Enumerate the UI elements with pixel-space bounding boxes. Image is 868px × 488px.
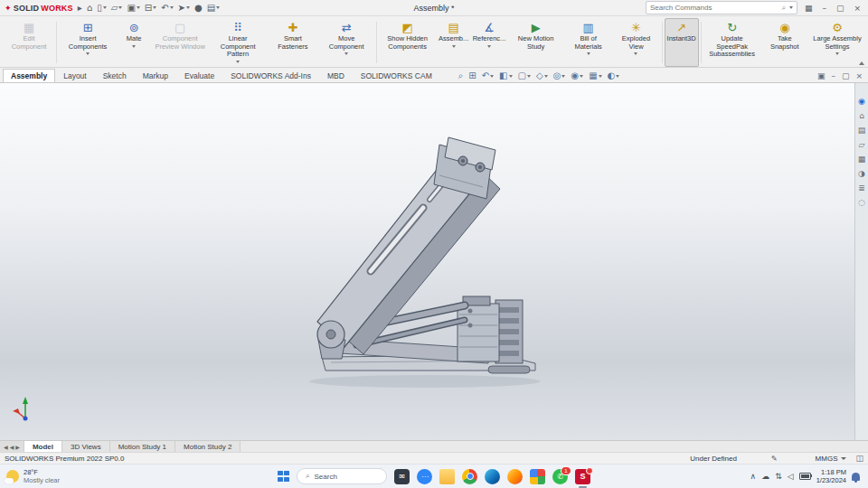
restore-button[interactable]: ▢ xyxy=(834,4,847,13)
file-explorer-icon[interactable] xyxy=(439,469,455,484)
apply-scene-button[interactable]: ▦ xyxy=(589,71,601,80)
undo-button[interactable]: ↶ xyxy=(161,4,173,13)
open-document-button[interactable]: ▱ xyxy=(111,4,123,13)
dropdown-arrow-icon[interactable] xyxy=(587,52,590,55)
zoom-area-icon[interactable]: ⊞ xyxy=(468,71,476,80)
logo-expand-arrow-icon[interactable]: ▸ xyxy=(78,4,82,13)
tab-3d-views[interactable]: 3D Views xyxy=(62,441,110,452)
search-input[interactable] xyxy=(650,4,779,12)
chat-app-icon[interactable]: ⋯ xyxy=(417,469,432,484)
forum-icon[interactable]: ◌ xyxy=(858,199,865,207)
tab-motion-study-2[interactable]: Motion Study 2 xyxy=(175,441,241,452)
ribbon-button-large-assembly-settings[interactable]: ⚙ Large Assembly Settings xyxy=(808,18,866,67)
dropdown-arrow-icon[interactable] xyxy=(634,52,637,55)
previous-view-button[interactable]: ↶ xyxy=(482,71,494,80)
chevron-down-icon[interactable] xyxy=(789,6,793,9)
custom-properties-icon[interactable]: ≣ xyxy=(858,184,865,192)
tab-layout[interactable]: Layout xyxy=(55,69,95,82)
view-settings-button[interactable]: ◐ xyxy=(608,71,620,80)
zoom-fit-icon[interactable]: ⌕ xyxy=(458,71,464,80)
dropdown-arrow-icon[interactable] xyxy=(86,52,90,55)
tab-solidworks-cam[interactable]: SOLIDWORKS CAM xyxy=(353,69,440,82)
close-button[interactable]: × xyxy=(851,4,863,13)
edge-icon[interactable] xyxy=(485,469,500,484)
display-style-button[interactable]: ◇ xyxy=(536,71,548,80)
tab-solidworks-add-ins[interactable]: SOLIDWORKS Add-Ins xyxy=(222,69,319,82)
ribbon-collapse-icon[interactable] xyxy=(859,61,864,65)
chevron-down-icon[interactable] xyxy=(841,457,846,460)
tab-model[interactable]: Model xyxy=(24,441,62,452)
taskbar-search[interactable]: ⌕ Search xyxy=(297,468,387,484)
minimize-button[interactable]: – xyxy=(819,4,829,13)
command-search[interactable]: ⌕ xyxy=(646,1,797,14)
dropdown-arrow-icon[interactable] xyxy=(236,61,240,63)
new-document-button[interactable]: ▯ xyxy=(97,4,107,13)
tab-sketch[interactable]: Sketch xyxy=(95,69,135,82)
notifications-bell-icon[interactable] xyxy=(852,473,860,481)
dropdown-arrow-icon[interactable] xyxy=(487,45,491,48)
battery-icon[interactable] xyxy=(799,473,811,480)
ribbon-button-bill-of-materials[interactable]: ▥ Bill of Materials xyxy=(564,18,612,67)
ribbon-button-assembly-features[interactable]: ▤ Assemb... xyxy=(437,18,471,67)
save-button[interactable]: ▣ xyxy=(127,4,139,13)
weather-widget[interactable]: 28°F Mostly clear xyxy=(0,468,60,484)
ribbon-button-instant3d[interactable]: ↗ Instant3D xyxy=(665,18,699,67)
close-doc-icon[interactable]: × xyxy=(855,72,863,80)
whatsapp-icon[interactable]: ✆1 xyxy=(552,469,568,484)
new-window-icon[interactable]: ▣ xyxy=(817,72,826,80)
ribbon-button-take-snapshot[interactable]: ◉ Take Snapshot xyxy=(761,18,808,67)
ribbon-button-insert-components[interactable]: ⊞ Insert Components xyxy=(59,18,117,67)
tab-evaluate[interactable]: Evaluate xyxy=(176,69,222,82)
ribbon-button-move-component[interactable]: ⇄ Move Component xyxy=(319,18,374,67)
minimize-doc-icon[interactable]: – xyxy=(831,72,835,80)
tab-mbd[interactable]: MBD xyxy=(319,69,353,82)
search-icon[interactable]: ⌕ xyxy=(781,4,785,13)
ribbon-button-show-hidden-components[interactable]: ◩ Show Hidden Components xyxy=(379,18,437,67)
firefox-icon[interactable] xyxy=(507,469,523,484)
ribbon-button-reference-geometry[interactable]: ∡ Referenc... xyxy=(471,18,508,67)
task-pane-toggle-icon[interactable]: ◫ xyxy=(855,454,863,463)
photos-icon[interactable] xyxy=(530,469,545,484)
volume-icon[interactable]: ◁ xyxy=(788,473,794,481)
ribbon-button-mate[interactable]: ⊚ Mate xyxy=(117,18,151,67)
appearances-icon[interactable]: ◑ xyxy=(858,170,865,178)
ribbon-button-update-speedpak[interactable]: ↻ Update SpeedPak Subassemblies xyxy=(703,18,761,67)
view-palette-icon[interactable]: ▦ xyxy=(858,155,866,164)
chrome-icon[interactable] xyxy=(462,469,477,484)
assembly-model[interactable] xyxy=(0,83,854,440)
edit-appearance-button[interactable]: ◉ xyxy=(571,71,583,80)
solidworks-taskbar-icon[interactable]: S xyxy=(575,469,590,484)
network-icon[interactable]: ⇅ xyxy=(775,473,782,481)
tab-markup[interactable]: Markup xyxy=(135,69,176,82)
ribbon-button-smart-fasteners[interactable]: ✚ Smart Fasteners xyxy=(267,18,319,67)
apps-grid-icon[interactable]: ▦ xyxy=(802,4,816,13)
select-tool-button[interactable]: ➤ xyxy=(178,4,190,13)
hide-show-items-button[interactable]: ◎ xyxy=(553,71,566,80)
tab-motion-study-1[interactable]: Motion Study 1 xyxy=(110,441,175,452)
scroll-left-icon[interactable]: ◀ xyxy=(10,444,14,450)
ribbon-button-new-motion-study[interactable]: ▶ New Motion Study xyxy=(507,18,563,67)
ribbon-button-linear-component-pattern[interactable]: ⠿ Linear Component Pattern xyxy=(209,18,267,67)
scroll-first-icon[interactable]: ◀ xyxy=(4,444,8,450)
solidworks-resources-icon[interactable]: ◉ xyxy=(858,98,865,106)
home-icon[interactable]: ⌂ xyxy=(859,112,864,120)
dropdown-arrow-icon[interactable] xyxy=(344,52,348,55)
file-explorer-icon[interactable]: ▱ xyxy=(859,141,865,149)
tab-assembly[interactable]: Assembly xyxy=(3,69,55,82)
dropdown-arrow-icon[interactable] xyxy=(452,45,456,48)
design-library-icon[interactable]: ▤ xyxy=(858,127,866,135)
onedrive-cloud-icon[interactable]: ☁ xyxy=(761,473,769,481)
taskbar-clock[interactable]: 1:18 PM 1/23/2024 xyxy=(816,468,846,484)
dropdown-arrow-icon[interactable] xyxy=(835,52,839,55)
dropdown-arrow-icon[interactable] xyxy=(132,45,136,48)
print-button[interactable]: ⊟ xyxy=(145,4,156,13)
unit-system-selector[interactable]: MMGS xyxy=(816,455,838,463)
mail-app-icon[interactable]: ✉ xyxy=(394,469,410,484)
scroll-right-icon[interactable]: ▶ xyxy=(15,444,20,450)
start-button[interactable] xyxy=(278,471,289,483)
section-view-button[interactable]: ◧ xyxy=(499,71,512,80)
graphics-area[interactable]: ◉ ⌂ ▤ ▱ ▦ ◑ ≣ ◌ xyxy=(0,83,868,440)
view-orientation-button[interactable]: ▢ xyxy=(518,71,531,80)
hidden-icons-caret[interactable]: ∧ xyxy=(750,473,757,481)
sketch-ink-icon[interactable]: ● xyxy=(194,4,203,13)
